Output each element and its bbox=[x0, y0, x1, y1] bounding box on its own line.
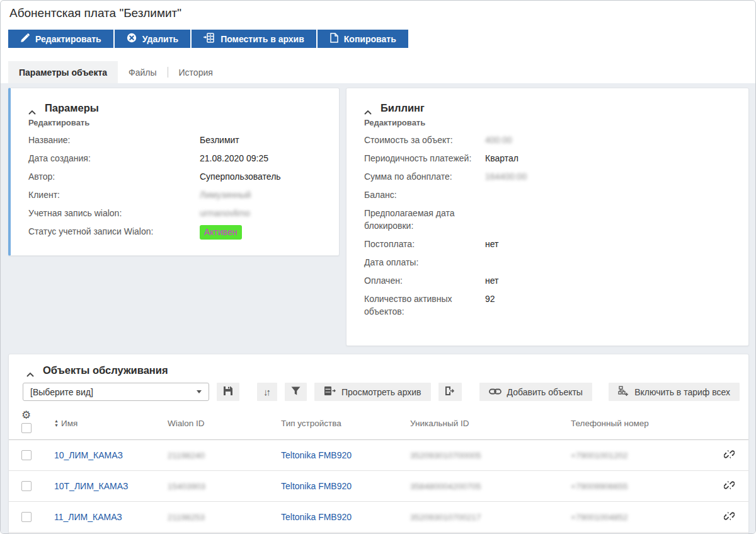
wialon-id-value: 21198253 bbox=[168, 513, 281, 522]
select-all-checkbox[interactable] bbox=[21, 423, 32, 433]
field-label: Дата создания: bbox=[28, 152, 200, 165]
field-value: Безлимит bbox=[200, 134, 239, 146]
row-checkbox[interactable] bbox=[21, 512, 32, 522]
field-row: Периодичность платежей: Квартал bbox=[346, 152, 748, 165]
device-type-link[interactable]: Teltonika FMB920 bbox=[281, 512, 352, 522]
copy-button[interactable]: Копировать bbox=[318, 30, 408, 48]
billing-edit-link[interactable]: Редактировать bbox=[346, 117, 748, 134]
wialon-id-value: 15403903 bbox=[168, 482, 281, 491]
field-value: 400:00 bbox=[485, 134, 512, 146]
include-in-tariff-button[interactable]: Включить в тариф всех bbox=[609, 383, 740, 401]
field-label: Оплачен: bbox=[364, 274, 485, 287]
unique-id-value: 352093010700217 bbox=[410, 513, 571, 522]
table-body: 10_ЛИМ_КАМАЗ 21198240 Teltonika FMB920 3… bbox=[9, 440, 748, 533]
unlink-icon bbox=[724, 514, 735, 523]
field-row: Дата создания: 21.08.2020 09:25 bbox=[11, 152, 339, 165]
unlink-button[interactable] bbox=[723, 479, 736, 494]
field-row: Стоимость за объект: 400:00 bbox=[346, 134, 748, 146]
field-value: Суперпользователь bbox=[200, 170, 281, 183]
field-label: Стоимость за объект: bbox=[364, 134, 485, 146]
field-label: Постоплата: bbox=[364, 238, 485, 250]
phone-number-value: +79001001202 bbox=[571, 451, 709, 460]
field-label: Сумма по абонплате: bbox=[364, 170, 485, 183]
action-bar: Редактировать Удалить Поместить в архив … bbox=[8, 30, 408, 48]
field-label: Количество активных объектов: bbox=[364, 293, 485, 318]
link-icon bbox=[489, 387, 501, 397]
phone-number-value: +79009906655 bbox=[571, 482, 709, 491]
phone-number-value: +79001004852 bbox=[571, 513, 709, 522]
collapse-chevron-icon[interactable] bbox=[364, 106, 372, 111]
field-value: Лимузинный bbox=[200, 189, 251, 201]
sort-button[interactable]: ↓↑ bbox=[257, 383, 277, 401]
field-label: Дата оплаты: bbox=[364, 256, 485, 269]
object-name-link[interactable]: 10_ЛИМ_КАМАЗ bbox=[54, 450, 123, 460]
gear-icon[interactable]: ⚙ bbox=[21, 410, 31, 421]
add-objects-button[interactable]: Добавить объекты bbox=[479, 383, 592, 401]
field-label: Статус учетной записи Wialon: bbox=[28, 225, 200, 240]
unlink-icon bbox=[724, 483, 735, 492]
sort-icon: ↓↑ bbox=[263, 386, 271, 397]
collapse-chevron-icon[interactable] bbox=[26, 368, 34, 373]
x-circle-icon bbox=[127, 33, 137, 45]
page-title: Абонентская плата "Безлимит" bbox=[9, 6, 181, 20]
export-button[interactable] bbox=[438, 383, 462, 401]
field-label: Название: bbox=[28, 134, 200, 146]
table-row: 11_ЛИМ_КАМАЗ 21198253 Teltonika FMB920 3… bbox=[9, 502, 748, 533]
column-header-name[interactable]: Имя bbox=[61, 419, 77, 428]
column-header-unique-id[interactable]: Уникальный ID bbox=[410, 410, 571, 428]
wialon-id-value: 21198240 bbox=[168, 451, 281, 460]
unique-id-value: 352093010700005 bbox=[410, 451, 571, 460]
tab-history[interactable]: История bbox=[168, 61, 224, 83]
view-archive-button[interactable]: Просмотреть архив bbox=[314, 383, 431, 401]
field-row: Баланс: bbox=[346, 189, 748, 201]
collapse-chevron-icon[interactable] bbox=[28, 106, 36, 111]
field-row: Постоплата: нет bbox=[346, 238, 748, 250]
column-header-wialon-id[interactable]: Wialon ID bbox=[168, 410, 281, 428]
chevron-down-icon bbox=[197, 390, 202, 393]
field-value: 92 bbox=[485, 293, 495, 318]
tab-bar: Параметры объекта Файлы История bbox=[8, 61, 224, 83]
archive-button[interactable]: Поместить в архив bbox=[192, 30, 316, 48]
params-edit-link[interactable]: Редактировать bbox=[11, 117, 339, 134]
objects-table: ⚙ ▲▼ Имя Wialon ID Тип устройства Уникал… bbox=[9, 407, 748, 533]
field-value: 164400:00 bbox=[485, 170, 527, 183]
billing-card-title: Биллинг bbox=[381, 102, 425, 114]
field-row: Предполагаемая дата блокировки: bbox=[346, 207, 748, 232]
row-checkbox[interactable] bbox=[21, 481, 32, 491]
device-type-link[interactable]: Teltonika FMB920 bbox=[281, 481, 352, 491]
delete-button[interactable]: Удалить bbox=[115, 30, 190, 48]
device-type-link[interactable]: Teltonika FMB920 bbox=[281, 450, 352, 460]
object-name-link[interactable]: 11_ЛИМ_КАМАЗ bbox=[54, 512, 122, 522]
unlink-button[interactable] bbox=[723, 448, 736, 463]
billing-field-list: Стоимость за объект: 400:00 Периодичност… bbox=[346, 134, 748, 318]
unlink-button[interactable] bbox=[723, 509, 736, 525]
edit-button[interactable]: Редактировать bbox=[8, 30, 113, 48]
content-area: Парамеры Редактировать Название: Безлими… bbox=[1, 83, 755, 533]
row-checkbox[interactable] bbox=[21, 450, 32, 460]
object-name-link[interactable]: 10Т_ЛИМ_КАМАЗ bbox=[54, 481, 128, 491]
tab-files[interactable]: Файлы bbox=[118, 61, 167, 83]
field-value: нет bbox=[485, 274, 498, 287]
column-sort-icon[interactable]: ▲▼ bbox=[54, 419, 59, 428]
column-header-device-type[interactable]: Тип устройства bbox=[281, 410, 410, 428]
field-row: Название: Безлимит bbox=[11, 134, 339, 146]
params-card: Парамеры Редактировать Название: Безлими… bbox=[8, 88, 340, 256]
field-value: нет bbox=[485, 238, 498, 250]
save-view-button[interactable] bbox=[217, 383, 239, 401]
field-row: Дата оплаты: bbox=[346, 256, 748, 269]
app-window: Абонентская плата "Безлимит" Редактирова… bbox=[0, 0, 756, 534]
tab-object-params[interactable]: Параметры объекта bbox=[8, 61, 118, 83]
field-label: Клиент: bbox=[28, 189, 200, 201]
unlink-icon bbox=[724, 452, 735, 461]
field-label: Баланс: bbox=[364, 189, 485, 201]
archive-icon bbox=[324, 386, 336, 398]
field-row: Количество активных объектов: 92 bbox=[346, 293, 748, 318]
pencil-icon bbox=[20, 33, 30, 45]
field-row: Автор: Суперпользователь bbox=[11, 170, 339, 183]
export-icon bbox=[445, 386, 455, 398]
params-card-title: Парамеры bbox=[45, 102, 99, 114]
filter-button[interactable] bbox=[285, 383, 307, 401]
column-header-phone[interactable]: Телефонный номер bbox=[571, 410, 709, 428]
view-select[interactable]: [Выберите вид] bbox=[23, 383, 209, 401]
field-value: 21.08.2020 09:25 bbox=[200, 152, 268, 165]
